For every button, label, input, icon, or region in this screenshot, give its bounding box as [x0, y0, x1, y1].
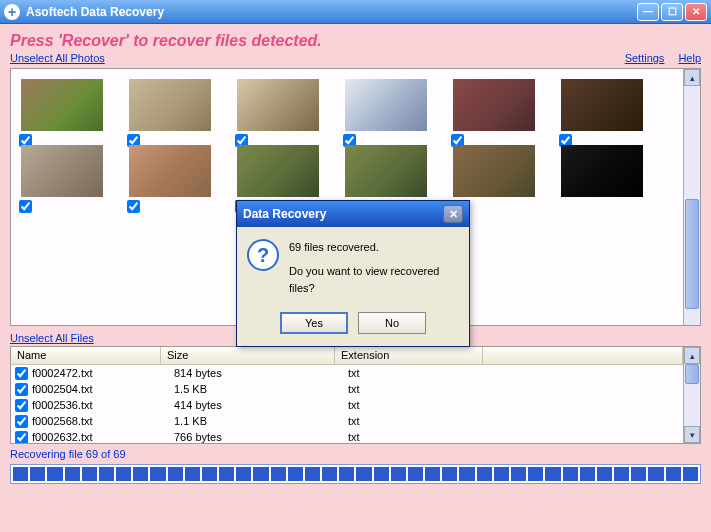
- photo-thumb[interactable]: [21, 79, 103, 131]
- scroll-up-icon[interactable]: ▴: [684, 69, 700, 86]
- table-row[interactable]: f0002568.txt1.1 KBtxt: [11, 413, 683, 429]
- file-checkbox[interactable]: [15, 367, 28, 380]
- dialog-title: Data Recovery: [243, 207, 443, 221]
- file-size: 1.5 KB: [174, 383, 348, 395]
- file-checkbox[interactable]: [15, 415, 28, 428]
- app-logo-icon: +: [4, 4, 20, 20]
- no-button[interactable]: No: [358, 312, 426, 334]
- file-panel: Name Size Extension f0002472.txt814 byte…: [10, 346, 701, 444]
- file-ext: txt: [348, 415, 496, 427]
- file-name: f0002504.txt: [32, 383, 174, 395]
- photo-thumb[interactable]: [561, 79, 643, 131]
- photo-checkbox[interactable]: [127, 200, 140, 213]
- photo-thumb[interactable]: [345, 145, 427, 197]
- photo-thumb[interactable]: [237, 79, 319, 131]
- file-size: 1.1 KB: [174, 415, 348, 427]
- file-name: f0002568.txt: [32, 415, 174, 427]
- photo-thumb[interactable]: [561, 145, 643, 197]
- column-header-extension[interactable]: Extension: [335, 347, 483, 364]
- file-name: f0002472.txt: [32, 367, 174, 379]
- column-header-name[interactable]: Name: [11, 347, 161, 364]
- scroll-thumb[interactable]: [685, 199, 699, 309]
- window-maximize-button[interactable]: ☐: [661, 3, 683, 21]
- scroll-thumb[interactable]: [685, 364, 699, 384]
- file-ext: txt: [348, 431, 496, 443]
- file-table-header: Name Size Extension: [11, 347, 683, 365]
- file-size: 814 bytes: [174, 367, 348, 379]
- file-checkbox[interactable]: [15, 383, 28, 396]
- scroll-down-icon[interactable]: ▾: [684, 426, 700, 443]
- table-row[interactable]: f0002472.txt814 bytestxt: [11, 365, 683, 381]
- dialog-titlebar: Data Recovery ✕: [237, 201, 469, 227]
- column-header-empty: [483, 347, 683, 364]
- question-icon: ?: [247, 239, 279, 271]
- file-checkbox[interactable]: [15, 399, 28, 412]
- photo-thumb[interactable]: [237, 145, 319, 197]
- instruction-text: Press 'Recover' to recover files detecte…: [10, 32, 701, 50]
- file-ext: txt: [348, 399, 496, 411]
- file-scrollbar[interactable]: ▴ ▾: [683, 347, 700, 443]
- file-ext: txt: [348, 383, 496, 395]
- photo-thumb[interactable]: [129, 145, 211, 197]
- column-header-size[interactable]: Size: [161, 347, 335, 364]
- yes-button[interactable]: Yes: [280, 312, 348, 334]
- file-size: 766 bytes: [174, 431, 348, 443]
- table-row[interactable]: f0002536.txt414 bytestxt: [11, 397, 683, 413]
- window-titlebar: + Asoftech Data Recovery — ☐ ✕: [0, 0, 711, 24]
- table-row[interactable]: f0002504.txt1.5 KBtxt: [11, 381, 683, 397]
- help-link[interactable]: Help: [678, 52, 701, 64]
- file-size: 414 bytes: [174, 399, 348, 411]
- table-row[interactable]: f0002632.txt766 bytestxt: [11, 429, 683, 443]
- dialog-close-button[interactable]: ✕: [443, 205, 463, 223]
- photo-thumb[interactable]: [345, 79, 427, 131]
- photo-thumb[interactable]: [129, 79, 211, 131]
- status-text: Recovering file 69 of 69: [10, 448, 701, 460]
- window-close-button[interactable]: ✕: [685, 3, 707, 21]
- settings-link[interactable]: Settings: [625, 52, 665, 64]
- file-checkbox[interactable]: [15, 431, 28, 444]
- window-title: Asoftech Data Recovery: [26, 5, 637, 19]
- file-name: f0002632.txt: [32, 431, 174, 443]
- dialog-message: 69 files recovered. Do you want to view …: [289, 239, 459, 298]
- dialog-data-recovery: Data Recovery ✕ ? 69 files recovered. Do…: [236, 200, 470, 347]
- progress-bar: [10, 464, 701, 484]
- photo-thumb[interactable]: [453, 79, 535, 131]
- dialog-line1: 69 files recovered.: [289, 239, 459, 257]
- unselect-all-photos-link[interactable]: Unselect All Photos: [10, 52, 105, 64]
- photo-checkbox[interactable]: [19, 200, 32, 213]
- scroll-up-icon[interactable]: ▴: [684, 347, 700, 364]
- photo-thumb[interactable]: [453, 145, 535, 197]
- window-minimize-button[interactable]: —: [637, 3, 659, 21]
- file-name: f0002536.txt: [32, 399, 174, 411]
- dialog-line2: Do you want to view recovered files?: [289, 263, 459, 298]
- photo-thumb[interactable]: [21, 145, 103, 197]
- photo-scrollbar[interactable]: ▴: [683, 69, 700, 325]
- file-ext: txt: [348, 367, 496, 379]
- file-rows: f0002472.txt814 bytestxt f0002504.txt1.5…: [11, 365, 683, 443]
